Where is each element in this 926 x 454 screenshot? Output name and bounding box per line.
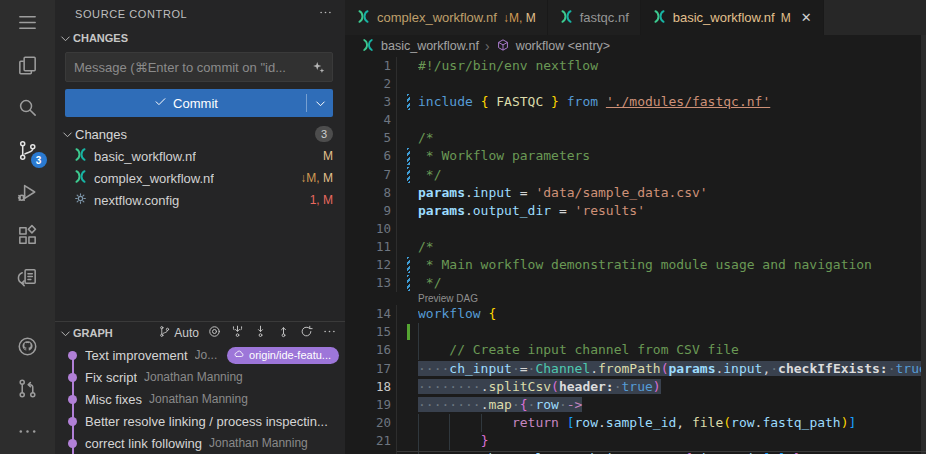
graph-action-target[interactable] xyxy=(207,324,222,342)
changes-count-badge: 3 xyxy=(315,126,333,142)
activity-search[interactable] xyxy=(6,88,50,131)
file-status: 1, M xyxy=(310,193,333,207)
graph-action-refresh[interactable] xyxy=(299,324,314,342)
commit-author: Jo... xyxy=(195,348,218,362)
changes-section-label: CHANGES xyxy=(73,32,128,44)
code-line-13[interactable]: 13 */ xyxy=(345,274,926,292)
tab-complex_workflow.nf[interactable]: complex_workflow.nf↓M, M xyxy=(345,0,548,35)
gear-icon xyxy=(73,191,88,209)
graph-auto-toggle[interactable]: Auto xyxy=(158,325,199,341)
activity-explorer[interactable] xyxy=(6,46,50,89)
codelens-preview-dag[interactable]: Preview DAG xyxy=(345,292,926,305)
code-line-21[interactable]: 21 } xyxy=(345,432,926,450)
indent-guide xyxy=(418,414,419,432)
breadcrumb[interactable]: basic_workflow.nf›workflow <entry> xyxy=(345,35,926,57)
line-number: 12 xyxy=(345,256,391,274)
code-line-1[interactable]: 1#!/usr/bin/env nextflow xyxy=(345,57,926,75)
code-line-5[interactable]: 5/* xyxy=(345,129,926,147)
code-line-16[interactable]: 16 // Create input channel from CSV file xyxy=(345,341,926,359)
changes-file-complex_workflow.nf[interactable]: complex_workflow.nf↓M, M xyxy=(55,167,345,189)
code-line-10[interactable]: 10 xyxy=(345,220,926,238)
breadcrumb-file[interactable]: basic_workflow.nf xyxy=(381,39,479,53)
code-line-2[interactable]: 2 xyxy=(345,75,926,93)
code-line-17[interactable]: 17····ch_input·=·Channel.fromPath(params… xyxy=(345,360,926,378)
graph-action-fetch[interactable] xyxy=(230,324,245,342)
gutter-decoration xyxy=(396,93,418,111)
activity-github[interactable] xyxy=(6,327,50,370)
close-icon[interactable]: ✕ xyxy=(801,10,812,25)
line-number: 21 xyxy=(345,432,391,450)
gutter-decoration xyxy=(396,414,418,432)
commit-button-main[interactable]: Commit xyxy=(65,89,306,117)
activity-source-control[interactable]: 3 xyxy=(6,131,50,174)
commit-button[interactable]: Commit xyxy=(65,89,333,117)
code-line-6[interactable]: 6 * Workflow parameters xyxy=(345,147,926,165)
nextflow-icon xyxy=(356,9,371,27)
commit-row[interactable]: Text improvementJo...origin/ide-featu... xyxy=(55,344,345,366)
file-name: complex_workflow.nf xyxy=(94,171,214,186)
commit-author: Jonathan Manning xyxy=(144,370,243,384)
changes-file-list: basic_workflow.nfMcomplex_workflow.nf↓M,… xyxy=(55,145,345,211)
refresh-icon xyxy=(299,324,314,342)
module-icon xyxy=(496,38,510,55)
tab-basic_workflow.nf[interactable]: basic_workflow.nfM✕ xyxy=(641,0,824,35)
code-line-4[interactable]: 4 xyxy=(345,111,926,129)
commit-row[interactable]: Misc fixesJonathan Manning xyxy=(55,388,345,410)
editor-scrollbar[interactable] xyxy=(921,35,926,454)
tab-label: fastqc.nf xyxy=(580,10,629,25)
graph-action-push[interactable] xyxy=(276,324,291,342)
ellipsis-h-icon xyxy=(16,420,39,446)
code-line-3[interactable]: 3include { FASTQC } from './modules/fast… xyxy=(345,93,926,111)
changes-file-basic_workflow.nf[interactable]: basic_workflow.nfM xyxy=(55,145,345,167)
code-line-15[interactable]: 15 xyxy=(345,323,926,341)
graph-section: GRAPH Auto Text improvementJo...origin/i… xyxy=(55,321,345,454)
pull-request-icon xyxy=(16,377,39,403)
indent-guide xyxy=(481,414,482,432)
commit-row[interactable]: Fix scriptJonathan Manning xyxy=(55,366,345,388)
activity-pull-requests[interactable] xyxy=(6,369,50,412)
code-line-9[interactable]: 9params.output_dir = 'results' xyxy=(345,202,926,220)
nextflow-icon xyxy=(361,38,375,55)
commit-dropdown-button[interactable] xyxy=(307,89,333,117)
code-line-8[interactable]: 8params.input = 'data/sample_data.csv' xyxy=(345,184,926,202)
graph-auto-label: Auto xyxy=(174,326,199,340)
editor-bottom-rule xyxy=(397,451,926,452)
tab-fastqc.nf[interactable]: fastqc.nf xyxy=(548,0,641,35)
activity-run-debug[interactable] xyxy=(6,173,50,216)
changes-section-header[interactable]: CHANGES xyxy=(55,27,345,49)
code-line-11[interactable]: 11/* xyxy=(345,238,926,256)
check-icon xyxy=(153,94,168,112)
breadcrumb-symbol[interactable]: workflow <entry> xyxy=(516,39,610,53)
graph-action-more[interactable] xyxy=(322,324,337,342)
file-status: ↓M, M xyxy=(300,171,333,185)
more-actions-icon[interactable] xyxy=(318,5,333,22)
branch-badge[interactable]: origin/ide-featu... xyxy=(227,347,339,364)
commit-row[interactable]: correct link followingJonathan Manning xyxy=(55,432,345,454)
source-control-badge: 3 xyxy=(31,152,47,168)
code-line-14[interactable]: 14workflow { xyxy=(345,305,926,323)
gutter-decoration xyxy=(396,360,418,378)
graph-section-header[interactable]: GRAPH Auto xyxy=(55,322,345,344)
git-modified-bar xyxy=(407,94,410,110)
code-line-7[interactable]: 7 */ xyxy=(345,166,926,184)
commit-row[interactable]: Better resolve linking / process inspect… xyxy=(55,410,345,432)
code-line-20[interactable]: 20 return [row.sample_id, file(row.fastq… xyxy=(345,414,926,432)
code-line-18[interactable]: 18········.splitCsv(header:·true) xyxy=(345,378,926,396)
activity-file-history[interactable] xyxy=(6,258,50,301)
commit-dot xyxy=(68,351,77,360)
line-number: 17 xyxy=(345,360,391,378)
line-number: 5 xyxy=(345,129,391,147)
activity-extensions[interactable] xyxy=(6,216,50,259)
graph-action-pull[interactable] xyxy=(253,324,268,342)
activity-menu[interactable] xyxy=(6,3,50,46)
activity-more[interactable] xyxy=(6,412,50,454)
commit-message-input[interactable] xyxy=(66,60,311,75)
commit-message: Better resolve linking / process inspect… xyxy=(85,414,328,429)
changes-file-nextflow.config[interactable]: nextflow.config1, M xyxy=(55,189,345,211)
code-line-19[interactable]: 19········.map·{·row·-> xyxy=(345,396,926,414)
code-line-12[interactable]: 12 * Main workflow demonstrating module … xyxy=(345,256,926,274)
indent-guide xyxy=(449,432,450,450)
generate-commit-message-icon[interactable] xyxy=(311,60,326,75)
line-number: 22 xyxy=(345,450,391,454)
changes-tree-header[interactable]: Changes 3 xyxy=(55,123,345,145)
